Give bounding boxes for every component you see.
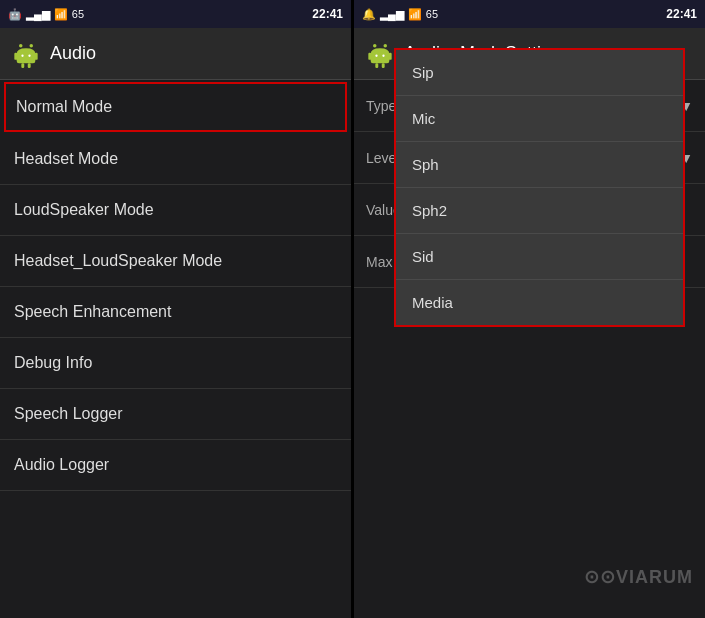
signal-bars-icon: ▂▄▆	[26, 8, 50, 21]
svg-point-6	[21, 54, 23, 56]
menu-item-speech-logger[interactable]: Speech Logger	[0, 389, 351, 440]
right-wifi-icon: 📶	[408, 8, 422, 21]
watermark: ⊙⊙VIARUM	[584, 566, 693, 588]
left-status-bar: 🤖 ▂▄▆ 📶 65 22:41	[0, 0, 351, 28]
right-status-left-icons: 🔔 ▂▄▆ 📶 65	[362, 8, 438, 21]
svg-rect-4	[21, 63, 24, 68]
svg-point-0	[19, 44, 23, 48]
svg-rect-12	[375, 63, 378, 68]
left-app-bar: Audio	[0, 28, 351, 80]
menu-item-headset-loudspeaker-mode[interactable]: Headset_LoudSpeaker Mode	[0, 236, 351, 287]
menu-item-headset-mode[interactable]: Headset Mode	[0, 134, 351, 185]
svg-rect-13	[382, 63, 385, 68]
svg-point-14	[375, 54, 377, 56]
right-time: 22:41	[666, 7, 697, 21]
svg-rect-3	[35, 52, 38, 59]
dropdown-item-sid[interactable]: Sid	[396, 234, 683, 280]
right-panel: 🔔 ▂▄▆ 📶 65 22:41 Audio_ModeSetting Type …	[354, 0, 705, 618]
left-menu-list: Normal Mode Headset Mode LoudSpeaker Mod…	[0, 80, 351, 618]
svg-point-7	[28, 54, 30, 56]
svg-rect-10	[368, 52, 371, 59]
signal-icon-2: 📶	[54, 8, 68, 21]
menu-item-audio-logger[interactable]: Audio Logger	[0, 440, 351, 491]
right-status-bar: 🔔 ▂▄▆ 📶 65 22:41	[354, 0, 705, 28]
svg-point-15	[382, 54, 384, 56]
left-status-right: 22:41	[312, 7, 343, 21]
dropdown-item-media[interactable]: Media	[396, 280, 683, 325]
left-android-icon	[12, 40, 40, 68]
svg-point-9	[384, 44, 388, 48]
right-signal-icon: ▂▄▆	[380, 8, 404, 21]
right-status-right: 22:41	[666, 7, 697, 21]
battery-icon: 65	[72, 8, 84, 20]
menu-item-speech-enhancement[interactable]: Speech Enhancement	[0, 287, 351, 338]
svg-rect-5	[28, 63, 31, 68]
svg-rect-11	[389, 52, 392, 59]
dropdown-item-sph[interactable]: Sph	[396, 142, 683, 188]
dropdown-item-sph2[interactable]: Sph2	[396, 188, 683, 234]
left-panel: 🤖 ▂▄▆ 📶 65 22:41 Audio Normal Mode Heads…	[0, 0, 351, 618]
svg-point-8	[373, 44, 377, 48]
right-notification-icon: 🔔	[362, 8, 376, 21]
left-app-title: Audio	[50, 43, 96, 64]
menu-item-normal-mode[interactable]: Normal Mode	[4, 82, 347, 132]
menu-item-debug-info[interactable]: Debug Info	[0, 338, 351, 389]
dropdown-item-sip[interactable]: Sip	[396, 50, 683, 96]
android-status-icon: 🤖	[8, 8, 22, 21]
svg-rect-2	[14, 52, 17, 59]
right-android-icon	[366, 40, 394, 68]
left-status-icons: 🤖 ▂▄▆ 📶 65	[8, 8, 84, 21]
svg-point-1	[30, 44, 34, 48]
menu-item-loudspeaker-mode[interactable]: LoudSpeaker Mode	[0, 185, 351, 236]
right-battery-icon: 65	[426, 8, 438, 20]
dropdown-item-mic[interactable]: Mic	[396, 96, 683, 142]
type-dropdown-overlay: Sip Mic Sph Sph2 Sid Media	[394, 48, 685, 327]
left-time: 22:41	[312, 7, 343, 21]
